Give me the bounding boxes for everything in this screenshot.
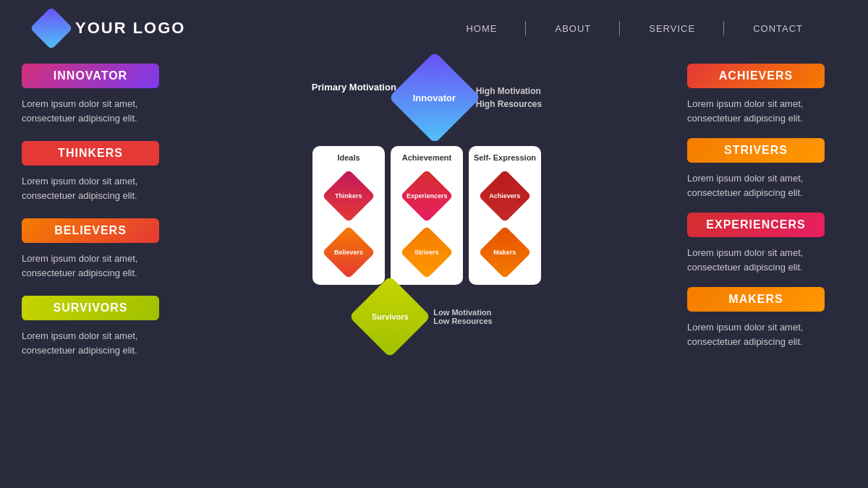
experiencers-diamond-wrap: Experiencers bbox=[401, 171, 452, 221]
survivors-bottom: Survivors Low MotivationLow Resources bbox=[361, 288, 492, 346]
survivors-diamond: Survivors bbox=[349, 275, 431, 357]
makers-diamond-wrap: Makers bbox=[480, 227, 530, 278]
believers-diamond-label: Believers bbox=[334, 249, 363, 256]
logo-icon bbox=[30, 7, 72, 49]
nav-about[interactable]: ABOUT bbox=[526, 23, 620, 34]
strivers-diamond-label: Strivers bbox=[414, 249, 439, 256]
thinkers-diamond-wrap: Thinkers bbox=[323, 171, 374, 221]
achievement-column: Achievement Experiencers Strivers bbox=[391, 146, 463, 285]
thinkers-item: THINKERS Lorem ipsum dolor sit amet, con… bbox=[22, 141, 166, 202]
self-expression-column: Self- Expression Achievers Makers bbox=[469, 146, 541, 285]
nav-contact[interactable]: CONTACT bbox=[724, 23, 832, 34]
experiencers-item: EXPERIENCERS Lorem ipsum dolor sit amet,… bbox=[687, 213, 846, 274]
achievers-desc: Lorem ipsum dolor sit amet, consectetuer… bbox=[687, 97, 846, 125]
achievement-header: Achievement bbox=[402, 153, 451, 162]
nav-service[interactable]: SERVICE bbox=[620, 23, 724, 34]
logo-text: YOUR LOGO bbox=[75, 19, 185, 38]
segment-grid: Ideals Thinkers Believers Achievement bbox=[312, 146, 541, 285]
achievers-item: ACHIEVERS Lorem ipsum dolor sit amet, co… bbox=[687, 64, 846, 125]
strivers-diamond-wrap: Strivers bbox=[401, 227, 452, 278]
achievers-diamond-wrap: Achievers bbox=[480, 171, 530, 221]
thinkers-diamond-label: Thinkers bbox=[335, 192, 362, 200]
achievers-diamond: Achievers bbox=[478, 169, 532, 223]
survivors-desc: Lorem ipsum dolor sit amet, consectetuer… bbox=[22, 329, 166, 357]
strivers-item: STRIVERS Lorem ipsum dolor sit amet, con… bbox=[687, 138, 846, 200]
header: YOUR LOGO HOME ABOUT SERVICE CONTACT bbox=[0, 0, 868, 56]
believers-diamond-wrap: Believers bbox=[323, 227, 374, 278]
innovator-item: INNOVATOR Lorem ipsum dolor sit amet, co… bbox=[22, 64, 166, 125]
right-column: ACHIEVERS Lorem ipsum dolor sit amet, co… bbox=[687, 56, 846, 483]
strivers-desc: Lorem ipsum dolor sit amet, consectetuer… bbox=[687, 171, 846, 200]
experiencers-diamond: Experiencers bbox=[400, 169, 454, 223]
main-nav: HOME ABOUT SERVICE CONTACT bbox=[437, 23, 832, 34]
achievers-diamond-label: Achievers bbox=[489, 192, 520, 200]
low-motivation-text: Low MotivationLow Resources bbox=[433, 308, 492, 325]
believers-item: BELIEVERS Lorem ipsum dolor sit amet, co… bbox=[22, 218, 166, 280]
makers-diamond: Makers bbox=[478, 226, 532, 279]
left-column: INNOVATOR Lorem ipsum dolor sit amet, co… bbox=[22, 56, 166, 483]
innovator-desc: Lorem ipsum dolor sit amet, consectetuer… bbox=[22, 97, 166, 125]
thinkers-badge: THINKERS bbox=[22, 141, 159, 166]
thinkers-desc: Lorem ipsum dolor sit amet, consectetuer… bbox=[22, 174, 166, 202]
ideals-header: Ideals bbox=[337, 153, 359, 162]
experiencers-badge: EXPERIENCERS bbox=[687, 213, 825, 237]
experiencers-desc: Lorem ipsum dolor sit amet, consectetuer… bbox=[687, 246, 846, 274]
survivors-badge: SURVIVORS bbox=[22, 296, 159, 320]
makers-item: MAKERS Lorem ipsum dolor sit amet, conse… bbox=[687, 287, 846, 348]
survivors-diamond-label: Survivors bbox=[372, 312, 409, 321]
makers-desc: Lorem ipsum dolor sit amet, consectetuer… bbox=[687, 320, 846, 348]
believers-desc: Lorem ipsum dolor sit amet, consectetuer… bbox=[22, 252, 166, 280]
believers-diamond: Believers bbox=[322, 226, 375, 279]
innovator-diamond-label: Innovator bbox=[413, 92, 456, 103]
experiencers-diamond-label: Experiencers bbox=[407, 192, 448, 200]
logo-area: YOUR LOGO bbox=[36, 13, 185, 43]
center-column: Primary Motivation Innovator High Motiva… bbox=[166, 56, 687, 483]
strivers-badge: STRIVERS bbox=[687, 138, 825, 163]
achievers-badge: ACHIEVERS bbox=[687, 64, 825, 88]
high-motivation-text: High MotivationHigh Resources bbox=[476, 85, 542, 111]
ideals-column: Ideals Thinkers Believers bbox=[312, 146, 385, 285]
main-content: INNOVATOR Lorem ipsum dolor sit amet, co… bbox=[0, 56, 868, 483]
innovator-diamond: Innovator bbox=[388, 51, 480, 143]
nav-home[interactable]: HOME bbox=[437, 23, 526, 34]
primary-motivation-label: Primary Motivation bbox=[312, 82, 396, 93]
thinkers-diamond: Thinkers bbox=[322, 169, 375, 223]
strivers-diamond: Strivers bbox=[400, 226, 454, 279]
makers-badge: MAKERS bbox=[687, 287, 825, 312]
innovator-badge: INNOVATOR bbox=[22, 64, 159, 88]
survivors-item: SURVIVORS Lorem ipsum dolor sit amet, co… bbox=[22, 296, 166, 357]
self-expression-header: Self- Expression bbox=[474, 153, 536, 162]
believers-badge: BELIEVERS bbox=[22, 218, 159, 243]
makers-diamond-label: Makers bbox=[493, 249, 516, 256]
